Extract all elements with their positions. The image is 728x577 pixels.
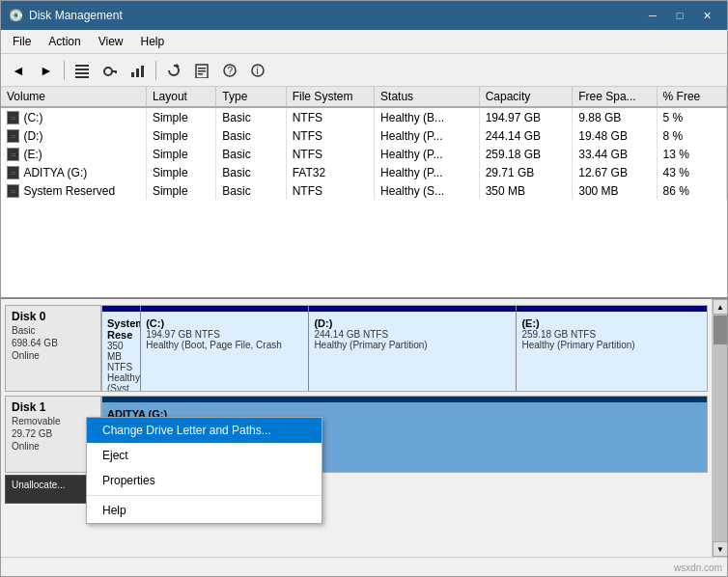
- svg-rect-6: [115, 70, 117, 73]
- table-header-row: Volume Layout Type File System Status Ca…: [1, 87, 727, 107]
- col-freespace[interactable]: Free Spa...: [573, 87, 657, 107]
- partition-name-c: (C:): [146, 317, 303, 329]
- scroll-thumb[interactable]: [714, 316, 727, 344]
- svg-rect-0: [75, 65, 89, 67]
- toolbar-btn7[interactable]: i: [244, 58, 271, 83]
- partition-c[interactable]: (C:) 194.97 GB NTFS Healthy (Boot, Page …: [141, 306, 309, 391]
- partition-header-c: [141, 306, 308, 312]
- toolbar-back[interactable]: ◄: [5, 58, 32, 83]
- toolbar-sep2: [155, 61, 156, 80]
- partition-size-d: 244.14 GB NTFS: [314, 329, 511, 340]
- col-type[interactable]: Type: [216, 87, 286, 107]
- table-cell-0-3: NTFS: [286, 107, 374, 126]
- partition-content-d: (D:) 244.14 GB NTFS Healthy (Primary Par…: [314, 317, 511, 350]
- unallocated-text: Unallocate...: [12, 480, 95, 490]
- menu-view[interactable]: View: [91, 32, 131, 51]
- toolbar-btn2[interactable]: [97, 58, 124, 83]
- table-cell-0-2: Basic: [216, 107, 286, 126]
- maximize-button[interactable]: □: [667, 6, 692, 25]
- disk1-status: Online: [12, 441, 95, 452]
- toolbar-btn1[interactable]: [69, 58, 96, 83]
- partition-size-e: 259.18 GB NTFS: [521, 329, 702, 340]
- table-cell-0-1: Simple: [146, 107, 215, 126]
- disk0-size: 698.64 GB: [12, 338, 95, 348]
- table-cell-2-0: = (E:): [1, 145, 146, 163]
- table-cell-2-6: 33.44 GB: [573, 145, 657, 163]
- table-cell-4-6: 300 MB: [573, 181, 657, 200]
- table-cell-1-6: 19.48 GB: [573, 126, 657, 145]
- context-menu-eject[interactable]: Eject: [87, 443, 322, 468]
- table-cell-1-1: Simple: [146, 126, 215, 145]
- partition-header-g: [102, 397, 707, 402]
- partition-name-sysreserved: System Rese: [107, 317, 135, 341]
- table-cell-3-3: FAT32: [286, 163, 374, 181]
- table-cell-4-3: NTFS: [286, 181, 374, 200]
- partition-name-d: (D:): [314, 317, 511, 329]
- table-cell-4-0: = System Reserved: [1, 181, 146, 200]
- svg-rect-3: [75, 76, 89, 78]
- partition-sysreserved[interactable]: System Rese 350 MB NTFS Healthy (Syst: [102, 306, 141, 391]
- table-cell-1-7: 8 %: [657, 126, 726, 145]
- col-status[interactable]: Status: [375, 87, 480, 107]
- disk-scrollbar: ▲ ▼: [712, 299, 727, 557]
- table-row[interactable]: = System Reserved SimpleBasicNTFSHealthy…: [1, 181, 727, 200]
- table-cell-2-7: 13 %: [657, 145, 726, 163]
- refresh-icon: [166, 63, 182, 78]
- context-menu-change-drive-letter[interactable]: Change Drive Letter and Paths...: [87, 418, 322, 443]
- col-volume[interactable]: Volume: [1, 87, 146, 107]
- table-row[interactable]: = (E:) SimpleBasicNTFSHealthy (P...259.1…: [1, 145, 727, 163]
- context-menu-help[interactable]: Help: [87, 498, 322, 523]
- svg-rect-7: [131, 72, 134, 77]
- disk1-type: Removable: [12, 416, 95, 426]
- svg-rect-1: [75, 69, 89, 70]
- menu-action[interactable]: Action: [41, 32, 88, 51]
- toolbar-btn3[interactable]: [125, 58, 152, 83]
- table-cell-2-5: 259.18 GB: [479, 145, 573, 163]
- menu-file[interactable]: File: [5, 32, 39, 51]
- table-row[interactable]: = (C:) SimpleBasicNTFSHealthy (B...194.9…: [1, 107, 727, 126]
- svg-text:i: i: [257, 66, 259, 76]
- info-icon: i: [250, 63, 266, 78]
- close-button[interactable]: ✕: [694, 6, 719, 25]
- toolbar-btn6[interactable]: ?: [216, 58, 243, 83]
- col-pctfree[interactable]: % Free: [657, 87, 726, 107]
- scroll-track[interactable]: [713, 315, 727, 541]
- toolbar-btn4[interactable]: [160, 58, 187, 83]
- disk0-label: Disk 0 Basic 698.64 GB Online: [5, 305, 101, 392]
- minimize-button[interactable]: ─: [640, 6, 665, 25]
- scroll-up[interactable]: ▲: [713, 299, 727, 315]
- partition-header-d: [309, 306, 516, 312]
- menu-help[interactable]: Help: [133, 32, 173, 51]
- properties-icon: [194, 63, 210, 78]
- toolbar-forward[interactable]: ►: [33, 58, 60, 83]
- partition-e[interactable]: (E:) 259.18 GB NTFS Healthy (Primary Par…: [517, 306, 707, 391]
- table-row[interactable]: = ADITYA (G:) SimpleBasicFAT32Healthy (P…: [1, 163, 727, 181]
- partition-d[interactable]: (D:) 244.14 GB NTFS Healthy (Primary Par…: [309, 306, 517, 391]
- table-cell-4-5: 350 MB: [479, 181, 573, 200]
- col-filesystem[interactable]: File System: [286, 87, 374, 107]
- col-layout[interactable]: Layout: [146, 87, 215, 107]
- scroll-down[interactable]: ▼: [713, 541, 727, 557]
- table-cell-2-3: NTFS: [286, 145, 374, 163]
- context-menu-properties[interactable]: Properties: [87, 468, 322, 493]
- table-cell-1-5: 244.14 GB: [479, 126, 573, 145]
- window-title: Disk Management: [29, 9, 123, 22]
- title-bar: 💽 Disk Management ─ □ ✕: [1, 1, 727, 30]
- partition-status-d: Healthy (Primary Partition): [314, 340, 511, 350]
- svg-rect-12: [198, 68, 206, 69]
- disk1-size: 29.72 GB: [12, 428, 95, 439]
- disk0-row: Disk 0 Basic 698.64 GB Online System Res…: [5, 305, 708, 392]
- disk0-status: Online: [12, 350, 95, 361]
- table-cell-3-2: Basic: [216, 163, 286, 181]
- volume-table-area: Volume Layout Type File System Status Ca…: [1, 87, 727, 299]
- col-capacity[interactable]: Capacity: [479, 87, 573, 107]
- table-row[interactable]: = (D:) SimpleBasicNTFSHealthy (P...244.1…: [1, 126, 727, 145]
- partition-status-sysreserved: Healthy (Syst: [107, 372, 135, 391]
- toolbar-btn5[interactable]: [188, 58, 215, 83]
- main-window: 💽 Disk Management ─ □ ✕ File Action View…: [0, 0, 728, 577]
- toolbar: ◄ ►: [1, 54, 727, 87]
- title-bar-left: 💽 Disk Management: [9, 9, 123, 22]
- partition-content-sysreserved: System Rese 350 MB NTFS Healthy (Syst: [107, 317, 135, 391]
- svg-rect-9: [141, 66, 144, 77]
- partition-header-sysreserved: [102, 306, 140, 312]
